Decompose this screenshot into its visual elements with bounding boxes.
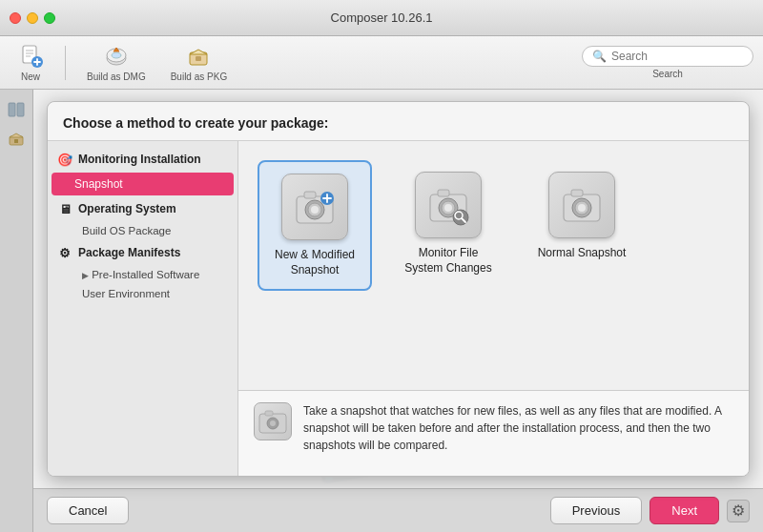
monitoring-icon: 🎯 — [57, 152, 72, 167]
monitor-file-system-icon — [415, 172, 482, 238]
traffic-lights — [10, 12, 55, 24]
svg-rect-43 — [265, 411, 273, 416]
os-icon: 🖥 — [57, 201, 72, 216]
svg-rect-39 — [571, 190, 583, 196]
dialog-header: Choose a method to create your package: — [48, 102, 749, 141]
close-button[interactable] — [10, 12, 21, 24]
new-modified-snapshot-label: New & Modified Snapshot — [271, 248, 359, 277]
previous-button[interactable]: Previous — [550, 497, 643, 524]
sidebar-item-snapshot[interactable]: Snapshot — [52, 173, 234, 195]
svg-marker-17 — [10, 133, 23, 137]
svg-point-30 — [444, 204, 452, 212]
sidebar-item-operating-system[interactable]: 🖥 Operating System — [48, 196, 237, 221]
toolbar: New Build as DMG Build as PKG 🔍 — [0, 36, 763, 90]
new-button[interactable]: New — [10, 39, 52, 86]
new-modified-snapshot-icon — [281, 174, 348, 240]
svg-rect-23 — [304, 192, 316, 198]
sidebar-item-package-manifests[interactable]: ⚙ Package Manifests — [48, 240, 237, 265]
options-panel: New & Modified Snapshot — [238, 141, 749, 476]
description-panel: Take a snapshot that watches for new fil… — [238, 390, 749, 476]
build-dmg-button[interactable]: Build as DMG — [79, 39, 154, 86]
build-pkg-button[interactable]: Build as PKG — [163, 39, 235, 86]
monitoring-installation-label: Monitoring Installation — [78, 153, 201, 166]
search-label: Search — [652, 69, 683, 79]
new-icon — [17, 43, 44, 70]
content-area: 📷 Choose a method to create your package… — [33, 90, 763, 532]
minimize-button[interactable] — [27, 12, 38, 24]
build-pkg-label: Build as PKG — [171, 72, 227, 82]
window-title: Composer 10.26.1 — [331, 10, 433, 25]
dialog-body: 🎯 Monitoring Installation Snapshot 🖥 Ope… — [48, 141, 749, 476]
sidebar-sources-icon[interactable] — [4, 97, 29, 122]
svg-rect-18 — [14, 139, 18, 143]
toolbar-separator-1 — [65, 46, 66, 80]
build-pkg-icon — [185, 43, 212, 70]
svg-point-38 — [578, 204, 586, 212]
option-normal-snapshot[interactable]: Normal Snapshot — [525, 160, 639, 273]
build-dmg-label: Build as DMG — [87, 72, 146, 82]
options-grid: New & Modified Snapshot — [238, 141, 749, 390]
dialog-title: Choose a method to create your package: — [63, 115, 329, 131]
monitor-file-system-label: Monitor File System Changes — [402, 246, 494, 276]
search-icon: 🔍 — [592, 50, 607, 63]
sidebar-packages-icon[interactable] — [4, 126, 29, 151]
build-dmg-icon — [103, 43, 130, 70]
cancel-button[interactable]: Cancel — [47, 497, 129, 524]
normal-snapshot-label: Normal Snapshot — [538, 246, 627, 261]
svg-rect-31 — [438, 190, 449, 196]
footer-right: Previous Next ⚙ — [550, 497, 750, 524]
left-sidebar — [0, 90, 33, 532]
sidebar-item-build-os-package[interactable]: Build OS Package — [48, 221, 237, 240]
maximize-button[interactable] — [44, 12, 55, 24]
titlebar: Composer 10.26.1 — [0, 0, 763, 36]
nav-panel: 🎯 Monitoring Installation Snapshot 🖥 Ope… — [48, 141, 238, 476]
search-input[interactable] — [611, 50, 743, 63]
manifests-icon: ⚙ — [57, 245, 72, 260]
main-area: 📷 Choose a method to create your package… — [0, 90, 763, 532]
svg-point-9 — [112, 52, 121, 58]
package-manifests-label: Package Manifests — [78, 246, 180, 259]
next-button[interactable]: Next — [650, 497, 719, 524]
svg-point-42 — [270, 420, 276, 426]
sidebar-item-monitoring-installation[interactable]: 🎯 Monitoring Installation — [48, 147, 237, 172]
footer-left: Cancel — [47, 497, 129, 524]
operating-system-label: Operating System — [78, 202, 176, 215]
sidebar-item-user-environment[interactable]: User Environment — [48, 284, 237, 303]
sidebar-item-pre-installed-software[interactable]: ▶ Pre-Installed Software — [48, 265, 237, 284]
svg-rect-14 — [9, 103, 15, 116]
footer: Cancel Previous Next ⚙ — [33, 488, 763, 532]
description-text: Take a snapshot that watches for new fil… — [303, 402, 733, 454]
search-wrapper: 🔍 Search — [582, 46, 753, 79]
svg-rect-13 — [196, 56, 201, 61]
search-box[interactable]: 🔍 — [582, 46, 753, 67]
dialog: Choose a method to create your package: … — [47, 101, 750, 477]
new-label: New — [21, 72, 40, 82]
description-icon — [254, 402, 292, 440]
svg-rect-15 — [17, 103, 24, 116]
gear-button[interactable]: ⚙ — [727, 500, 750, 522]
normal-snapshot-icon — [548, 172, 615, 238]
svg-point-22 — [311, 206, 319, 214]
option-monitor-file-system[interactable]: Monitor File System Changes — [391, 160, 505, 287]
option-new-modified-snapshot[interactable]: New & Modified Snapshot — [258, 160, 372, 291]
